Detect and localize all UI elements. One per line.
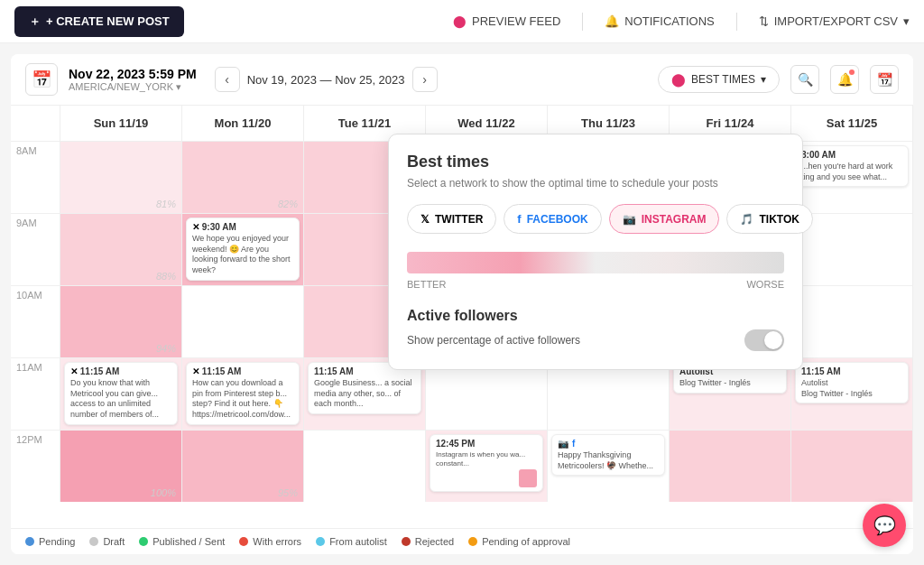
gradient-better-label: BETTER xyxy=(407,279,446,290)
cell-tue-12pm[interactable] xyxy=(304,431,425,502)
autolist-dot xyxy=(316,537,325,546)
post-card-sat-8[interactable]: 8:00 AM ...hen you're hard at work ting … xyxy=(795,145,909,187)
legend-autolist: From autolist xyxy=(316,536,387,547)
calendar-icon-button[interactable]: 📅 xyxy=(25,63,58,96)
tab-facebook[interactable]: f FACEBOOK xyxy=(504,204,601,234)
cell-mon-11am[interactable]: ✕ 11:15 AM How can you download a pin fr… xyxy=(182,358,303,431)
instagram-icon: ⬤ xyxy=(671,72,686,87)
cell-sat-12pm[interactable] xyxy=(791,431,912,502)
facebook-icon: f xyxy=(517,212,521,226)
followers-label: Show percentage of active followers xyxy=(407,334,580,347)
legend-pending-approval: Pending of approval xyxy=(468,536,570,547)
navbar: ＋ + CREATE NEW POST ⬤ PREVIEW FEED 🔔 NOT… xyxy=(0,0,924,43)
prev-week-button[interactable]: ‹ xyxy=(215,67,240,92)
legend: Pending Draft Published / Sent With erro… xyxy=(11,528,913,554)
toggle-knob xyxy=(764,331,782,349)
preview-feed-button[interactable]: ⬤ PREVIEW FEED xyxy=(453,14,560,28)
network-tabs: 𝕏 TWITTER f FACEBOOK 📷 INSTAGRAM 🎵 TIKTO… xyxy=(407,204,784,234)
legend-published: Published / Sent xyxy=(139,536,225,547)
post-card-mon-11[interactable]: ✕ 11:15 AM How can you download a pin fr… xyxy=(186,362,300,425)
chevron-down-icon: ▾ xyxy=(176,81,181,93)
best-times-button[interactable]: ⬤ BEST TIMES ▾ xyxy=(658,66,780,93)
import-export-button[interactable]: ⇅ IMPORT/EXPORT CSV ▾ xyxy=(759,14,910,28)
time-9am: 9AM xyxy=(11,214,60,286)
legend-draft: Draft xyxy=(89,536,125,547)
legend-pending: Pending xyxy=(25,536,75,547)
followers-row: Show percentage of active followers xyxy=(407,329,784,351)
current-date: Nov 22, 2023 5:59 PM xyxy=(69,67,197,81)
tiktok-icon: 🎵 xyxy=(740,213,753,226)
legend-errors: With errors xyxy=(239,536,301,547)
instagram-icon: ⬤ xyxy=(453,14,467,28)
time-8am: 8AM xyxy=(11,142,60,214)
rejected-dot xyxy=(402,537,411,546)
pending-dot xyxy=(25,537,34,546)
nav-divider xyxy=(582,13,583,31)
day-col-mon: Mon 11/20 82% ✕ 9:30 AM We hope you enjo… xyxy=(182,106,304,502)
gradient-bar xyxy=(407,252,784,273)
followers-title: Active followers xyxy=(407,308,784,324)
chevron-down-icon: ▾ xyxy=(903,14,910,28)
cell-sun-11am[interactable]: ✕ 11:15 AM Do you know that with Metrico… xyxy=(60,358,181,431)
time-10am: 10AM xyxy=(11,286,60,358)
cell-sun-8am[interactable]: 81% xyxy=(60,142,181,214)
chat-button[interactable]: 💬 xyxy=(863,504,906,547)
cell-sat-8am[interactable]: 8:00 AM ...hen you're hard at work ting … xyxy=(791,142,912,214)
cell-sat-11am[interactable]: 11:15 AM AutolistBlog Twitter - Inglés xyxy=(791,358,912,431)
legend-rejected: Rejected xyxy=(402,536,454,547)
calendar-view-button[interactable]: 📆 xyxy=(870,65,899,94)
arrows-icon: ⇅ xyxy=(759,14,769,28)
search-button[interactable]: 🔍 xyxy=(790,65,819,94)
instagram-icon-tab: 📷 xyxy=(623,213,636,226)
cell-wed-12pm[interactable]: 12:45 PM Instagram is when you wa... con… xyxy=(426,431,547,502)
cell-sat-10am[interactable] xyxy=(791,286,912,358)
errors-dot xyxy=(239,537,248,546)
day-col-sat: Sat 11/25 8:00 AM ...hen you're hard at … xyxy=(791,106,913,502)
date-range-label: Nov 19, 2023 — Nov 25, 2023 xyxy=(247,73,405,87)
time-header xyxy=(11,106,60,142)
cell-mon-9am[interactable]: ✕ 9:30 AM We hope you enjoyed your weeke… xyxy=(182,214,303,286)
followers-section: Active followers Show percentage of acti… xyxy=(407,308,784,351)
gradient-worse-label: WORSE xyxy=(746,279,784,290)
popover-title: Best times xyxy=(407,153,784,171)
tab-twitter[interactable]: 𝕏 TWITTER xyxy=(407,204,496,234)
post-card[interactable]: ✕ 11:15 AM Do you know that with Metrico… xyxy=(64,362,178,425)
day-header-sun: Sun 11/19 xyxy=(60,106,181,142)
cell-sun-9am[interactable]: 88% xyxy=(60,214,181,286)
cell-sun-12pm[interactable]: 100% xyxy=(60,431,181,502)
twitter-icon: 𝕏 xyxy=(420,213,430,226)
next-week-button[interactable]: › xyxy=(412,67,438,92)
gradient-labels: BETTER WORSE xyxy=(407,279,784,290)
current-date-block: Nov 22, 2023 5:59 PM AMERICA/NEW_YORK ▾ xyxy=(69,67,197,93)
create-post-button[interactable]: ＋ + CREATE NEW POST xyxy=(14,6,184,37)
notifications-button[interactable]: 🔔 NOTIFICATIONS xyxy=(605,14,714,28)
bell-icon: 🔔 xyxy=(605,14,619,28)
main-calendar-container: 📅 Nov 22, 2023 5:59 PM AMERICA/NEW_YORK … xyxy=(11,54,913,554)
timezone-display[interactable]: AMERICA/NEW_YORK ▾ xyxy=(69,81,197,93)
cell-mon-10am[interactable] xyxy=(182,286,303,358)
nav-right: ⬤ PREVIEW FEED 🔔 NOTIFICATIONS ⇅ IMPORT/… xyxy=(453,13,910,31)
popover-subtitle: Select a network to show the optimal tim… xyxy=(407,177,784,190)
chat-icon: 💬 xyxy=(873,514,896,536)
tab-instagram[interactable]: 📷 INSTAGRAM xyxy=(609,204,720,234)
calendar-header: 📅 Nov 22, 2023 5:59 PM AMERICA/NEW_YORK … xyxy=(11,54,913,106)
plus-icon: ＋ xyxy=(29,14,41,30)
cell-mon-8am[interactable]: 82% xyxy=(182,142,303,214)
cell-fri-12pm[interactable] xyxy=(670,431,790,502)
pending-approval-dot xyxy=(468,537,477,546)
tab-tiktok[interactable]: 🎵 TIKTOK xyxy=(726,204,812,234)
cell-mon-12pm[interactable]: 95% xyxy=(182,431,303,502)
cell-sun-10am[interactable]: 94% xyxy=(60,286,181,358)
day-header-sat: Sat 11/25 xyxy=(791,106,912,142)
notifications-icon-button[interactable]: 🔔 xyxy=(830,65,859,94)
followers-toggle[interactable] xyxy=(744,329,784,351)
post-card-thu-12[interactable]: 📷 f Happy Thanksgiving Metricoolers! 🦃 W… xyxy=(551,434,665,476)
time-column: 8AM 9AM 10AM 11AM 12PM 1PM 2PM 3PM 4PM xyxy=(11,106,60,502)
chevron-down-icon: ▾ xyxy=(761,73,766,86)
cell-thu-12pm[interactable]: 📷 f Happy Thanksgiving Metricoolers! 🦃 W… xyxy=(548,431,669,502)
draft-dot xyxy=(89,537,98,546)
post-card-mon-9[interactable]: ✕ 9:30 AM We hope you enjoyed your weeke… xyxy=(186,218,300,281)
nav-divider-2 xyxy=(736,13,737,31)
post-card-wed-12[interactable]: 12:45 PM Instagram is when you wa... con… xyxy=(430,434,543,492)
post-card-sat-11[interactable]: 11:15 AM AutolistBlog Twitter - Inglés xyxy=(795,362,909,403)
